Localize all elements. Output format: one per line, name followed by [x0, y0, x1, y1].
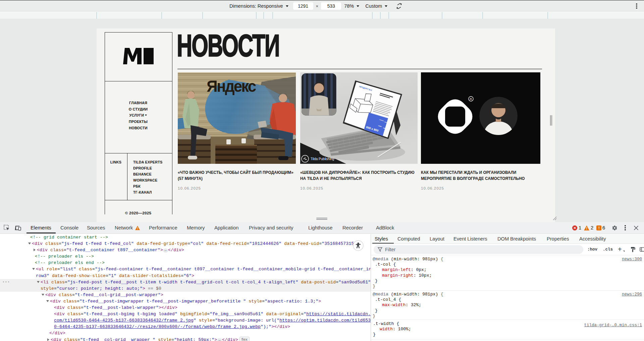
svg-text:Яндекс: Яндекс: [207, 77, 256, 95]
svg-text:R: R: [470, 97, 472, 101]
svg-text:Tilda Publishing: Tilda Publishing: [311, 157, 334, 161]
